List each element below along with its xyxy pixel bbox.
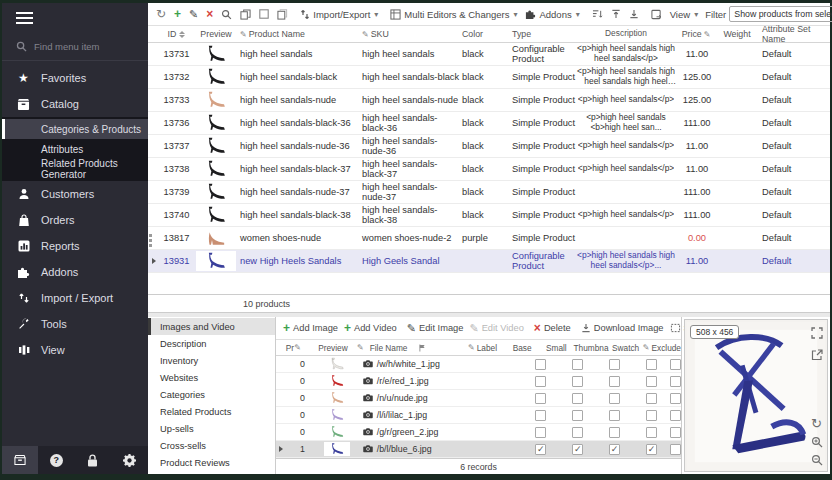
thumbnail-checkbox[interactable] <box>609 410 620 421</box>
exclude-checkbox[interactable] <box>670 410 681 421</box>
checkbox-small[interactable] <box>559 427 596 438</box>
fullscreen-button[interactable] <box>810 326 823 339</box>
swatch-checkbox[interactable] <box>646 376 657 387</box>
col-header-base[interactable]: Base <box>505 343 539 353</box>
tab-description[interactable]: Description <box>148 335 275 352</box>
swatch-checkbox[interactable]: ✓ <box>646 444 657 455</box>
row-expander[interactable] <box>148 158 159 180</box>
col-header-small[interactable]: Small <box>539 343 573 353</box>
tab-related-products[interactable]: Related Products <box>148 403 275 420</box>
col-header-weight[interactable]: Weight <box>718 29 756 39</box>
swatch-checkbox[interactable] <box>646 427 657 438</box>
delete-product-button[interactable]: × <box>202 3 217 25</box>
base-checkbox[interactable] <box>535 359 546 370</box>
add-image-button[interactable]: +Add Image <box>280 317 341 339</box>
checkbox-base[interactable]: ✓ <box>522 444 559 455</box>
tab-inventory[interactable]: Inventory <box>148 352 275 369</box>
image-row[interactable]: 0/n/u/nude.jpg <box>276 390 681 407</box>
checkbox-base[interactable] <box>522 427 559 438</box>
checkbox-thumbnail[interactable] <box>596 393 633 404</box>
product-row-13931[interactable]: 13931new High Heels SandalsHigh Geels Sa… <box>148 250 830 273</box>
small-checkbox[interactable] <box>572 410 583 421</box>
refresh-image-button[interactable]: ↻ <box>810 417 823 430</box>
thumbnail-checkbox[interactable] <box>609 359 620 370</box>
footer-archive-button[interactable] <box>2 446 38 474</box>
col-header-price[interactable]: Price✎ <box>676 29 718 39</box>
row-expander[interactable] <box>148 89 159 111</box>
edit-video-button[interactable]: ✎Edit Video <box>466 317 526 339</box>
product-row-13737[interactable]: 13737high heel sandals-nude-36high heel … <box>148 135 830 158</box>
col-header-swatch[interactable]: Swatch <box>609 343 643 353</box>
base-checkbox[interactable] <box>535 427 546 438</box>
checkbox-thumbnail[interactable] <box>596 376 633 387</box>
checkbox-thumbnail[interactable] <box>596 427 633 438</box>
open-external-button[interactable] <box>810 348 823 361</box>
refresh-button[interactable]: ↻ <box>152 3 170 25</box>
checkbox-thumbnail[interactable] <box>596 410 633 421</box>
sidebar-item-related-products-generator[interactable]: Related Products Generator <box>2 159 148 179</box>
checkbox-small[interactable] <box>559 393 596 404</box>
base-checkbox[interactable] <box>535 376 546 387</box>
exclude-checkbox[interactable] <box>670 376 681 387</box>
row-expander[interactable] <box>148 66 159 88</box>
small-checkbox[interactable] <box>572 359 583 370</box>
col-header-exclude[interactable]: ✎Exclude <box>643 343 681 353</box>
panel-splitter-handle[interactable] <box>148 232 152 248</box>
thumbnail-checkbox[interactable] <box>609 427 620 438</box>
sidebar-item-catalog[interactable]: Catalog <box>2 91 148 117</box>
lock-button[interactable] <box>75 446 111 474</box>
row-expander[interactable] <box>276 446 286 452</box>
checkbox-thumbnail[interactable]: ✓ <box>596 444 633 455</box>
tab-cross-sells[interactable]: Cross-sells <box>148 437 275 454</box>
product-row-13733[interactable]: 13733high heel sandals-nudehigh heel san… <box>148 89 830 112</box>
delete-image-button[interactable]: ×Delete <box>531 317 574 339</box>
swatch-checkbox[interactable] <box>646 393 657 404</box>
row-expander[interactable] <box>148 250 159 272</box>
sidebar-item-favorites[interactable]: ★ Favorites <box>2 65 148 91</box>
row-expander[interactable] <box>148 181 159 203</box>
hamburger-menu-button[interactable] <box>2 3 148 33</box>
sidebar-item-attributes[interactable]: Attributes <box>2 139 148 159</box>
sidebar-item-customers[interactable]: Customers <box>2 181 148 207</box>
thumbnail-checkbox[interactable] <box>609 376 620 387</box>
edit-image-button[interactable]: ✎Edit Image <box>404 317 467 339</box>
col-header-type[interactable]: Type <box>510 29 576 39</box>
exclude-checkbox[interactable] <box>670 444 681 455</box>
image-row[interactable]: 0/r/e/red_1.jpg <box>276 373 681 390</box>
row-expander[interactable] <box>148 135 159 157</box>
small-checkbox[interactable]: ✓ <box>572 444 583 455</box>
product-row-13736[interactable]: 13736high heel sandals-black-36high heel… <box>148 112 830 135</box>
col-header-preview[interactable]: Preview <box>194 29 238 39</box>
product-row-13817[interactable]: 13817women shoes-nudewomen shoes-nude-2p… <box>148 227 830 250</box>
copy-button[interactable] <box>236 3 255 25</box>
import-export-menu[interactable]: Import/Export▾ <box>296 3 382 25</box>
checkbox-exclude[interactable] <box>670 376 681 387</box>
move-down-button[interactable] <box>625 3 643 25</box>
export-grid-button[interactable] <box>647 3 666 25</box>
checkbox-exclude[interactable] <box>670 410 681 421</box>
checkbox-small[interactable]: ✓ <box>559 444 596 455</box>
thumbnail-checkbox[interactable] <box>609 393 620 404</box>
checkbox-exclude[interactable] <box>670 393 681 404</box>
base-checkbox[interactable] <box>535 410 546 421</box>
col-header-attribute-set[interactable]: Attribute Set Name <box>756 24 830 44</box>
col-header-description[interactable]: Description <box>576 29 676 39</box>
col-header-product-name[interactable]: ✎Product Name <box>238 29 360 39</box>
small-checkbox[interactable] <box>572 376 583 387</box>
tab-images-and-video[interactable]: Images and Video <box>148 318 275 335</box>
sort-button[interactable] <box>588 3 607 25</box>
swatch-checkbox[interactable] <box>646 359 657 370</box>
tab-up-sells[interactable]: Up-sells <box>148 420 275 437</box>
checkbox-small[interactable] <box>559 410 596 421</box>
checkbox-exclude[interactable] <box>670 359 681 370</box>
sidebar-item-categories-products[interactable]: Categories & Products <box>2 119 148 139</box>
checkbox-thumbnail[interactable] <box>596 359 633 370</box>
multi-editors-menu[interactable]: Multi Editors & Changers▾ <box>386 3 521 25</box>
product-row-13740[interactable]: 13740high heel sandals-black-38high heel… <box>148 204 830 227</box>
tab-categories[interactable]: Categories <box>148 386 275 403</box>
col-header-color[interactable]: Color <box>460 29 510 39</box>
select-checkbox-button[interactable] <box>255 3 273 25</box>
checkbox-base[interactable] <box>522 376 559 387</box>
row-expander[interactable] <box>148 204 159 226</box>
thumbnail-checkbox[interactable]: ✓ <box>609 444 620 455</box>
